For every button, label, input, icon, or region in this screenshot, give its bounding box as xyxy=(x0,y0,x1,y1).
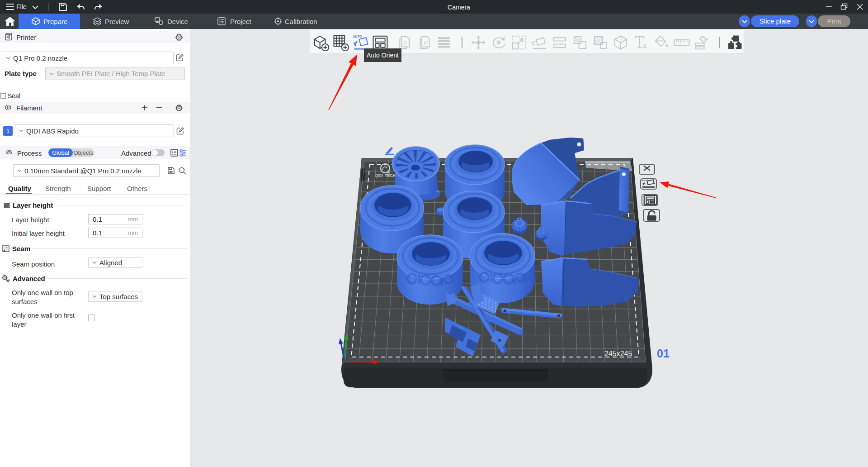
svg-text:AUTO: AUTO xyxy=(642,179,648,181)
svg-text:245x245: 245x245 xyxy=(604,350,632,357)
svg-text:QIDI: QIDI xyxy=(375,173,383,178)
svg-text:a: a xyxy=(643,42,647,49)
svg-text:P: P xyxy=(424,39,428,46)
svg-text:01: 01 xyxy=(657,347,670,360)
svg-text:TECH: TECH xyxy=(385,173,396,178)
svg-text:0: 0 xyxy=(403,39,406,46)
svg-text:AUTO: AUTO xyxy=(353,35,362,38)
